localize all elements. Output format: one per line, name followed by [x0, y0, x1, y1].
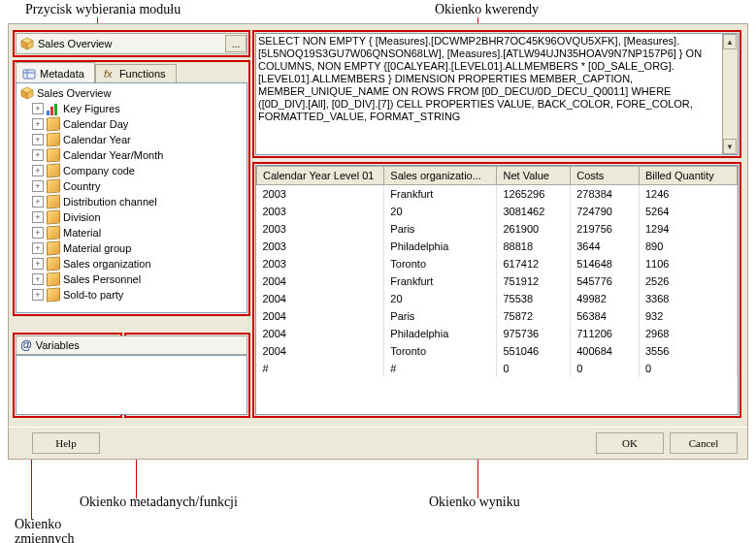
table-cell: Philadelphia	[384, 325, 497, 342]
tree-item[interactable]: +Sales organization	[18, 256, 245, 272]
tree-expand-button[interactable]: +	[32, 196, 44, 208]
tree-item[interactable]: +Calendar Day	[18, 116, 245, 132]
tree-expand-button[interactable]: +	[32, 165, 44, 176]
tree-expand-button[interactable]: +	[32, 273, 44, 285]
table-cell: 88818	[497, 238, 571, 255]
table-row[interactable]: 2003Philadelphia888183644890	[257, 238, 738, 255]
tree-expand-button[interactable]: +	[32, 227, 44, 239]
table-row[interactable]: 2003Paris2619002197561294	[257, 220, 738, 238]
table-cell: 1106	[639, 255, 737, 272]
table-cell: 2004	[257, 272, 384, 290]
cancel-button[interactable]: Cancel	[670, 432, 738, 454]
dimension-icon	[47, 241, 60, 256]
table-cell: 278384	[571, 185, 640, 203]
results-grid[interactable]: Calendar Year Level 01Sales organizatio.…	[255, 165, 739, 415]
tree-expand-button[interactable]: +	[32, 134, 44, 145]
table-cell: Frankfurt	[384, 185, 497, 203]
svg-text:fx: fx	[104, 68, 113, 80]
tree-expand-button[interactable]: +	[32, 103, 44, 114]
svg-rect-3	[23, 70, 35, 79]
callout-metadata-pane: Okienko metadanych/funkcji	[80, 495, 238, 510]
table-cell: 890	[639, 238, 737, 255]
tree-expand-button[interactable]: +	[32, 258, 44, 270]
column-header[interactable]: Net Value	[497, 167, 571, 185]
table-row[interactable]: 20032030814627247905264	[257, 203, 738, 220]
metadata-tree[interactable]: Sales Overview +Key Figures+Calendar Day…	[16, 82, 247, 313]
table-row[interactable]: 2003Toronto6174125146481106	[257, 255, 738, 272]
variables-header: @ Variables	[16, 335, 247, 355]
scroll-up-button[interactable]: ▲	[723, 34, 737, 49]
callout-module-selector: Przycisk wybierania modułu	[25, 2, 181, 17]
tree-item-label: Calendar Year/Month	[63, 149, 163, 161]
table-cell: Frankfurt	[384, 272, 497, 290]
table-cell: 545776	[571, 272, 640, 290]
variables-list[interactable]	[16, 355, 247, 415]
table-cell: Toronto	[384, 255, 497, 272]
column-header[interactable]: Calendar Year Level 01	[257, 167, 384, 185]
tree-expand-button[interactable]: +	[32, 289, 44, 301]
table-row[interactable]: 2004Frankfurt7519125457762526	[257, 272, 738, 290]
tree-item-label: Country	[63, 180, 101, 192]
tree-item-label: Material	[63, 227, 101, 239]
tree-item[interactable]: +Calendar Year	[18, 132, 245, 147]
callout-variables-l1: Okienko	[15, 517, 61, 532]
tree-item[interactable]: +Key Figures	[18, 101, 245, 116]
cube-icon	[20, 86, 34, 100]
tree-item-label: Distribution channel	[63, 196, 157, 208]
table-cell: 3556	[639, 342, 737, 360]
mdx-query-textarea[interactable]: SELECT NON EMPTY { [Measures].[DCWMP2BHR…	[255, 33, 739, 155]
cube-icon	[20, 37, 34, 50]
ok-button[interactable]: OK	[596, 432, 664, 454]
table-cell: 2968	[639, 325, 737, 342]
table-cell: 56384	[571, 307, 640, 325]
tree-root-label: Sales Overview	[37, 87, 111, 99]
column-header[interactable]: Costs	[571, 167, 640, 185]
tab-functions-label: Functions	[119, 68, 166, 80]
table-cell: 3368	[639, 290, 737, 307]
table-cell: 551046	[497, 342, 571, 360]
tree-item[interactable]: +Country	[18, 178, 245, 194]
help-button[interactable]: Help	[32, 432, 100, 454]
module-selector-bar: Sales Overview ...	[16, 33, 247, 54]
dimension-icon	[47, 257, 60, 272]
tree-item[interactable]: +Distribution channel	[18, 194, 245, 209]
table-cell: 2003	[257, 220, 384, 238]
tree-item[interactable]: +Sold-to party	[18, 287, 245, 303]
tree-expand-button[interactable]: +	[32, 118, 44, 130]
tree-expand-button[interactable]: +	[32, 149, 44, 161]
tree-expand-button[interactable]: +	[32, 242, 44, 254]
tree-item[interactable]: +Sales Personnel	[18, 272, 245, 287]
tree-expand-button[interactable]: +	[32, 211, 44, 223]
tree-root[interactable]: Sales Overview	[18, 85, 245, 101]
table-cell: 219756	[571, 220, 640, 238]
table-cell: 975736	[497, 325, 571, 342]
tree-item[interactable]: +Company code	[18, 163, 245, 178]
tree-item-label: Calendar Day	[63, 118, 128, 130]
table-cell: #	[257, 360, 384, 377]
column-header[interactable]: Billed Quantity	[639, 167, 737, 185]
table-row[interactable]: 2004Toronto5510464006843556	[257, 342, 738, 360]
table-cell: #	[384, 360, 497, 377]
table-row[interactable]: 2004Paris7587256384932	[257, 307, 738, 325]
scroll-down-button[interactable]: ▼	[723, 139, 737, 154]
table-cell: 1246	[639, 185, 737, 203]
module-browse-button[interactable]: ...	[225, 35, 247, 52]
tree-item[interactable]: +Material	[18, 225, 245, 240]
tab-metadata[interactable]: Metadata	[16, 62, 95, 83]
table-cell: 2003	[257, 185, 384, 203]
tree-item[interactable]: +Material group	[18, 240, 245, 256]
tree-item[interactable]: +Division	[18, 209, 245, 225]
table-row[interactable]: 2003Frankfurt12652962783841246	[257, 185, 738, 203]
tree-item[interactable]: +Calendar Year/Month	[18, 147, 245, 163]
column-header[interactable]: Sales organizatio...	[384, 167, 497, 185]
scrollbar-vertical[interactable]: ▲ ▼	[722, 34, 738, 154]
table-row[interactable]: ##000	[257, 360, 738, 377]
table-row[interactable]: 2004Philadelphia9757367112062968	[257, 325, 738, 342]
table-row[interactable]: 20042075538499823368	[257, 290, 738, 307]
table-cell: 75538	[497, 290, 571, 307]
table-cell: 2004	[257, 342, 384, 360]
tree-item-label: Key Figures	[63, 103, 120, 114]
tree-expand-button[interactable]: +	[32, 180, 44, 192]
table-cell: 75872	[497, 307, 571, 325]
tab-functions[interactable]: fx Functions	[95, 64, 177, 82]
